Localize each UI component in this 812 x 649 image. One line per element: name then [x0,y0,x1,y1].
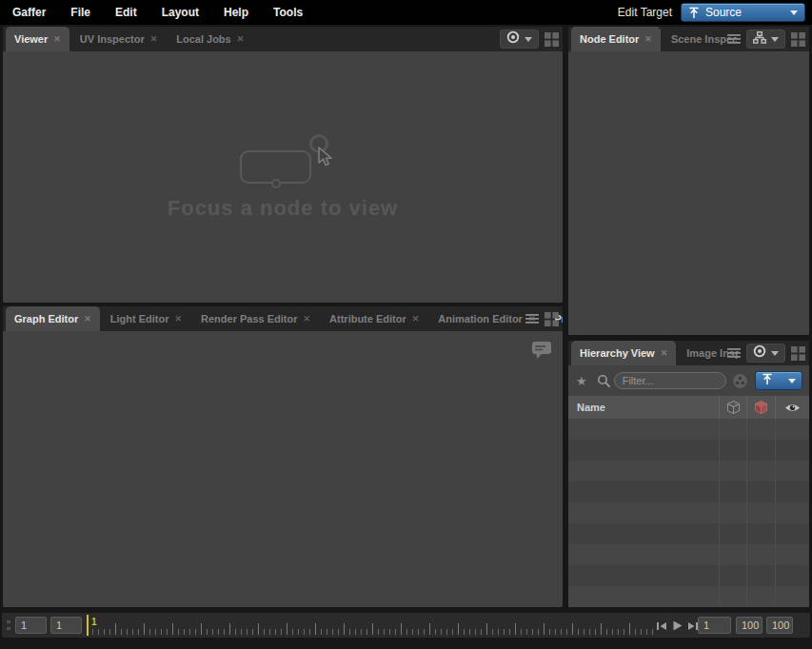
play-icon[interactable] [671,620,683,632]
layout-grid-icon[interactable] [545,312,559,326]
filter-input[interactable] [614,372,726,389]
close-tab-icon[interactable]: ✕ [661,349,668,358]
tab-hierarchy-view[interactable]: Hierarchy View ✕ [571,341,676,365]
edit-target-value: Source [705,6,784,19]
tab-viewer[interactable]: Viewer ✕ [6,27,69,51]
layout-grid-icon[interactable] [791,32,805,47]
menu-bar: Gaffer File Edit Layout Help Tools Edit … [0,0,812,25]
close-tab-icon[interactable]: ✕ [84,315,91,324]
edit-target-dropdown[interactable]: Source [681,3,805,22]
column-divider [746,419,747,607]
menu-layout[interactable]: Layout [149,0,211,25]
tab-label: Graph Editor [14,313,78,324]
filter-settings-icon[interactable] [732,373,748,389]
timeline-playhead[interactable] [87,615,89,636]
hierarchy-scope-dropdown[interactable] [755,371,802,390]
menu-gaffer[interactable]: Gaffer [0,0,58,25]
column-header-shading[interactable] [746,396,775,419]
node-editor-body[interactable] [568,51,809,335]
tab-list-menu-icon[interactable] [727,33,741,45]
close-tab-icon[interactable]: ✕ [237,35,245,44]
close-tab-icon[interactable]: ✕ [53,35,61,44]
close-tab-icon[interactable]: ✕ [175,315,183,324]
menu-tools[interactable]: Tools [261,0,315,25]
close-tab-icon[interactable]: ✕ [644,35,652,44]
skip-to-start-icon[interactable] [656,620,667,632]
graph-editor-tabbar: Graph Editor ✕ Light Editor ✕ Render Pas… [3,306,563,331]
gaffer-window: Gaffer File Edit Layout Help Tools Edit … [0,0,812,649]
target-icon [753,344,766,362]
chevron-down-icon [790,10,798,15]
table-row[interactable] [568,586,809,607]
table-row[interactable] [568,482,809,502]
drag-handle-icon[interactable] [7,620,10,632]
column-divider [719,419,720,607]
menu-help[interactable]: Help [211,0,261,25]
timeline-end-frame-field[interactable]: 100 [766,617,793,634]
placeholder-node-plug-icon [271,179,281,188]
edit-scope-pin-icon [688,7,700,19]
menu-edit[interactable]: Edit [103,0,149,25]
column-header-name[interactable]: Name [568,402,719,413]
close-tab-icon[interactable]: ✕ [150,35,158,44]
node-editor-mode-button[interactable] [746,30,785,49]
close-tab-icon[interactable]: ✕ [412,315,420,324]
table-row[interactable] [568,523,809,544]
viewer-viewport[interactable]: Focus a node to view [3,51,563,303]
bookmark-star-icon[interactable]: ★ [576,375,587,387]
table-row[interactable] [568,419,809,440]
search-icon [597,374,611,388]
tab-uv-inspector[interactable]: UV Inspector ✕ [71,27,166,51]
tab-scene-inspector[interactable]: Scene Inspecto [663,27,737,51]
table-row[interactable] [568,544,809,565]
close-tab-icon[interactable]: ✕ [304,315,311,324]
viewer-panel: Viewer ✕ UV Inspector ✕ Local Jobs ✕ [3,27,563,303]
tab-render-pass-editor[interactable]: Render Pass Editor ✕ [192,306,319,331]
tab-list-menu-icon[interactable] [727,347,741,359]
tab-graph-editor[interactable]: Graph Editor ✕ [6,306,100,331]
hierarchy-view-panel: Hierarchy View ✕ Image Inspe [568,341,809,607]
node-graph-icon [753,30,766,48]
layout-grid-icon[interactable] [545,32,559,47]
chevron-down-icon [771,351,779,356]
timeline-ruler[interactable] [87,616,658,635]
tab-light-editor[interactable]: Light Editor ✕ [102,306,190,331]
hierarchy-table-header: Name [568,396,809,419]
timeline-range-start-field[interactable]: 1 [698,617,731,634]
viewer-tabbar: Viewer ✕ UV Inspector ✕ Local Jobs ✕ [3,27,563,51]
table-row[interactable] [568,461,809,482]
hierarchy-view-tabbar: Hierarchy View ✕ Image Inspe [568,341,809,365]
tab-label: Viewer [14,33,48,45]
chevron-down-icon [525,37,532,42]
layout-grid-icon[interactable] [791,346,805,361]
chevron-down-icon [771,37,779,42]
menu-file[interactable]: File [58,0,103,25]
annotation-bubble-icon[interactable] [530,340,553,364]
viewer-placeholder-text: Focus a node to view [3,196,563,221]
table-row[interactable] [568,565,809,586]
column-divider [775,419,776,607]
target-icon [506,30,520,48]
tab-node-editor[interactable]: Node Editor ✕ [571,27,661,51]
timeline-current-frame-field[interactable]: 1 [50,617,82,634]
tab-local-jobs[interactable]: Local Jobs ✕ [168,27,252,51]
tab-attribute-editor[interactable]: Attribute Editor ✕ [321,306,427,331]
timeline-range-end-field[interactable]: 100 [736,617,762,634]
table-row[interactable] [568,502,809,523]
node-editor-panel: Node Editor ✕ Scene Inspecto [568,27,809,335]
tab-label: UV Inspector [80,33,145,45]
tab-label: Animation Editor [438,313,523,324]
timeline-start-frame-field[interactable]: 1 [15,617,47,634]
chevron-down-icon [788,379,796,384]
hierarchy-focus-menu-button[interactable] [746,344,785,363]
edit-target-label: Edit Target [618,6,672,19]
tab-list-menu-icon[interactable] [525,313,539,324]
table-row[interactable] [568,440,809,461]
graph-editor-panel: Graph Editor ✕ Light Editor ✕ Render Pas… [3,306,563,607]
column-header-visibility[interactable] [775,396,809,419]
column-header-geometry[interactable] [719,396,746,419]
edit-scope-pin-icon [762,372,773,389]
graph-editor-canvas[interactable] [3,331,563,607]
tab-label: Node Editor [580,33,639,45]
viewer-focus-menu-button[interactable] [500,30,539,49]
